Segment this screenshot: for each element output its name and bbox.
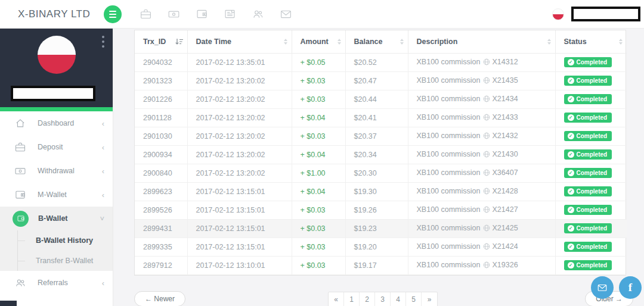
cell-status: ✓Completed <box>555 201 627 219</box>
cell-amount: + $0.04 <box>292 108 345 127</box>
page-button-3[interactable]: 3 <box>375 292 391 306</box>
pagination: « 1 2 3 4 5 » <box>328 292 438 306</box>
sidebar-item-deposit[interactable]: Deposit ‹ <box>0 135 113 159</box>
sidebar-item-label: Withdrawal <box>38 167 75 175</box>
sidebar-item-referrals[interactable]: Referrals ‹ <box>0 271 113 295</box>
table-row: 2904032 2017-02-12 13:35:01 + $0.05 $20.… <box>135 53 627 71</box>
cell-balance: $20.37 <box>345 127 408 145</box>
sidebar-subitem-bwallet-history[interactable]: B-Wallet History <box>0 230 113 251</box>
check-icon: ✓ <box>568 207 574 213</box>
check-icon: ✓ <box>568 170 574 176</box>
column-header-amount[interactable]: Amount <box>292 30 345 53</box>
cell-amount: + $1.00 <box>292 164 345 182</box>
globe-icon <box>483 114 490 123</box>
briefcase-icon[interactable] <box>140 8 152 20</box>
cell-date-time: 2017-02-12 13:20:02 <box>187 108 292 127</box>
brand-logo[interactable]: X-BINARY LTD <box>18 8 97 20</box>
cell-date-time: 2017-02-12 13:20:02 <box>187 90 292 108</box>
page-next-button[interactable]: » <box>422 292 437 306</box>
cell-amount: + $0.05 <box>292 53 345 71</box>
cell-trx-id: 2899335 <box>135 238 187 256</box>
sidebar-subitem-transfer-bwallet[interactable]: Transfer B-Wallet <box>0 251 113 271</box>
chevron-left-icon: ‹ <box>102 119 104 128</box>
wallet-icon[interactable] <box>196 8 208 20</box>
status-badge: ✓Completed <box>564 94 612 104</box>
page-button-5[interactable]: 5 <box>406 292 422 306</box>
cell-status: ✓Completed <box>555 182 627 201</box>
check-icon: ✓ <box>568 243 574 250</box>
banknote-icon <box>14 165 26 177</box>
check-icon: ✓ <box>568 96 574 102</box>
users-icon <box>14 277 26 289</box>
status-badge: ✓Completed <box>564 131 612 141</box>
cell-balance: $19.17 <box>345 256 408 274</box>
mail-icon[interactable] <box>280 8 292 20</box>
news-icon[interactable] <box>224 8 236 20</box>
users-icon[interactable] <box>252 8 264 20</box>
profile-panel <box>0 29 113 107</box>
cell-trx-id: 2901030 <box>135 127 187 145</box>
sidebar-item-withdrawal[interactable]: Withdrawal ‹ <box>0 159 113 183</box>
home-icon <box>14 117 26 129</box>
subitem-label: Transfer B-Wallet <box>36 257 93 265</box>
cell-balance: $20.52 <box>345 53 408 71</box>
cell-date-time: 2017-02-12 13:15:01 <box>187 219 292 238</box>
cell-balance: $19.26 <box>345 201 408 219</box>
sidebar-item-mwallet[interactable]: M-Wallet ‹ <box>0 183 113 207</box>
check-icon: ✓ <box>568 225 574 232</box>
chevron-down-icon: ˅ <box>100 214 104 223</box>
cell-status: ✓Completed <box>555 238 627 256</box>
facebook-fab-button[interactable]: f <box>619 276 642 299</box>
globe-icon <box>483 170 490 178</box>
username-redacted[interactable] <box>571 7 640 21</box>
table-row: 2897912 2017-02-12 13:10:01 + $0.03 $19.… <box>135 256 627 274</box>
page-button-1[interactable]: 1 <box>344 292 360 306</box>
cell-trx-id: 2900840 <box>135 164 187 182</box>
cell-amount: + $0.03 <box>292 201 345 219</box>
page-button-4[interactable]: 4 <box>391 292 406 306</box>
transactions-table-card: Trx_ID Date Time Amount Balance <box>134 30 626 276</box>
status-badge: ✓Completed <box>564 260 612 270</box>
table-row: 2901030 2017-02-12 13:20:02 + $0.03 $20.… <box>135 127 627 145</box>
cell-description: XB100 commissionX21430 <box>408 145 555 164</box>
chevron-left-icon: ‹ <box>102 279 104 288</box>
status-badge: ✓Completed <box>564 186 612 196</box>
profile-menu-dots-icon[interactable] <box>102 36 104 48</box>
globe-icon <box>483 207 490 215</box>
newer-button[interactable]: ← Newer <box>134 291 185 306</box>
sort-icon <box>400 39 404 45</box>
cell-amount: + $0.03 <box>292 219 345 238</box>
cell-date-time: 2017-02-12 13:20:02 <box>187 71 292 90</box>
mail-icon <box>597 282 608 293</box>
cell-trx-id: 2901226 <box>135 90 187 108</box>
column-header-status[interactable]: Status <box>555 30 627 53</box>
sidebar-item-bwallet[interactable]: B-Wallet ˅ <box>0 207 113 230</box>
cell-description: XB100 commissionX21435 <box>408 71 555 90</box>
column-header-trx-id[interactable]: Trx_ID <box>135 30 187 53</box>
cell-balance: $19.20 <box>345 238 408 256</box>
column-header-date-time[interactable]: Date Time <box>187 30 292 53</box>
wallet-icon <box>14 189 26 201</box>
sidebar-item-dashboard[interactable]: Dashboard ‹ <box>0 111 113 135</box>
page-prev-button[interactable]: « <box>329 292 344 306</box>
banknote-icon[interactable] <box>168 8 180 20</box>
cell-balance: $20.34 <box>345 145 408 164</box>
mail-fab-button[interactable] <box>591 276 614 299</box>
menu-toggle-button[interactable] <box>104 5 122 23</box>
cell-status: ✓Completed <box>555 145 627 164</box>
profile-name-redacted <box>11 86 95 101</box>
cell-description: XB100 commissionX21425 <box>408 219 555 238</box>
globe-icon <box>483 77 490 86</box>
table-body: 2904032 2017-02-12 13:35:01 + $0.05 $20.… <box>135 53 627 274</box>
globe-icon <box>483 243 490 252</box>
cell-description: XB100 commissionX21433 <box>408 108 555 127</box>
cell-description: XB100 commissionX21424 <box>408 238 555 256</box>
header-user-area <box>552 7 640 21</box>
page-button-2[interactable]: 2 <box>360 292 375 306</box>
status-badge: ✓Completed <box>564 205 612 215</box>
cell-amount: + $0.03 <box>292 71 345 90</box>
table-row: 2899623 2017-02-12 13:15:01 + $0.04 $19.… <box>135 182 627 201</box>
sort-icon <box>338 39 341 45</box>
column-header-balance[interactable]: Balance <box>345 30 408 53</box>
column-header-description[interactable]: Description <box>408 30 555 53</box>
